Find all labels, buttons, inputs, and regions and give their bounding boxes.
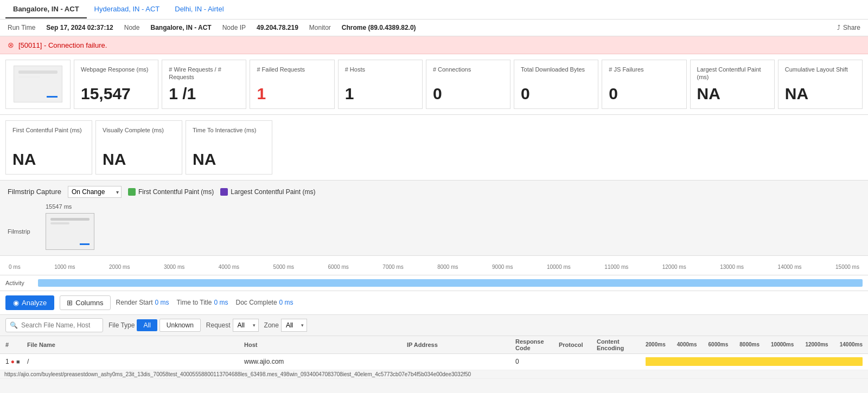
metric-failed-requests: # Failed Requests 1 xyxy=(250,60,334,109)
waterfall-bar xyxy=(646,357,863,366)
activity-label: Activity xyxy=(5,280,38,286)
table-row: 1 ● ■ / www.ajio.com 0 xyxy=(0,354,868,370)
analyze-label: Analyze xyxy=(22,299,47,307)
legend-lcp-color xyxy=(220,188,228,196)
metric-label: # JS Failures xyxy=(609,66,679,73)
filmstrip-timeline: 15547 ms Filmstrip xyxy=(8,203,860,250)
col-header-enc: Content Encoding xyxy=(597,338,646,351)
request-filter: Request All xyxy=(206,319,259,332)
metric-label: Webpage Response (ms) xyxy=(81,66,151,73)
ruler-tick-13: 13000 ms xyxy=(720,264,744,270)
analyze-button[interactable]: ◉ Analyze xyxy=(5,295,54,310)
film-label: Filmstrip xyxy=(8,228,46,235)
time-to-title-label: Time to Title xyxy=(177,299,212,306)
film-frame-1 xyxy=(46,213,94,250)
error-icon: ⊗ xyxy=(8,41,14,49)
file-type-filter: File Type All Unknown xyxy=(108,319,201,332)
filmstrip-controls: Filmstrip Capture On Change Every 100ms … xyxy=(8,186,860,198)
zone-select[interactable]: All xyxy=(281,319,307,332)
screenshot-thumbnail xyxy=(5,60,71,109)
search-input[interactable] xyxy=(5,318,103,332)
tab-hyderabad[interactable]: Hyderabad, IN - ACT xyxy=(87,1,168,18)
filmstrip-capture-select[interactable]: On Change Every 100ms Every 500ms xyxy=(68,186,122,198)
ruler-tick-4: 4000 ms xyxy=(219,264,239,270)
analyze-icon: ◉ xyxy=(13,299,19,307)
row-file: / xyxy=(27,358,244,365)
timeline-col-8ms: 8000ms xyxy=(739,342,760,347)
toolbar: ◉ Analyze ⊞ Columns Render Start 0 ms Ti… xyxy=(0,291,868,315)
columns-button[interactable]: ⊞ Columns xyxy=(60,295,110,310)
metric-hosts: # Hosts 1 xyxy=(338,60,423,109)
legend-lcp-label: Largest Contentful Paint (ms) xyxy=(231,188,315,196)
share-icon: ⤴ xyxy=(837,24,840,31)
row-rc: 0 xyxy=(515,358,559,365)
ruler-tick-6: 6000 ms xyxy=(328,264,348,270)
col-header-rc: Response Code xyxy=(515,338,559,351)
request-select[interactable]: All xyxy=(233,319,259,332)
row-host: www.ajio.com xyxy=(244,358,407,365)
ruler-tick-1: 1000 ms xyxy=(54,264,75,270)
zone-filter: Zone All xyxy=(264,319,307,332)
unknown-filter-button[interactable]: Unknown xyxy=(159,319,201,332)
share-button[interactable]: ⤴ Share xyxy=(837,24,860,31)
col-header-timeline: 2000ms 4000ms 6000ms 8000ms 10000ms 1200… xyxy=(646,342,863,347)
error-text: [50011] - Connection failure. xyxy=(18,41,107,49)
run-info-bar: Run Time Sep 17, 2024 02:37:12 Node Bang… xyxy=(0,20,868,36)
ruler-tick-7: 7000 ms xyxy=(382,264,403,270)
metric-value: 0 xyxy=(521,85,591,103)
monitor-label: Monitor xyxy=(309,24,331,31)
node-label: Node xyxy=(124,24,140,31)
metric-visually-complete: Visually Complete (ms) NA xyxy=(95,120,182,175)
time-to-title: Time to Title 0 ms xyxy=(177,299,228,306)
node-ip-value: 49.204.78.219 xyxy=(257,24,298,31)
legend-lcp: Largest Contentful Paint (ms) xyxy=(220,188,315,196)
ruler-tick-15: 15000 ms xyxy=(835,264,859,270)
filmstrip-capture-label: Filmstrip Capture xyxy=(8,188,61,196)
run-time-value: Sep 17, 2024 02:37:12 xyxy=(46,24,113,31)
render-info: Render Start 0 ms Time to Title 0 ms Doc… xyxy=(116,299,293,306)
timeline-ruler: 0 ms1000 ms2000 ms3000 ms4000 ms5000 ms6… xyxy=(0,259,868,275)
metric-value: NA xyxy=(697,85,768,103)
activity-bar xyxy=(38,279,863,287)
col-header-host: Host xyxy=(244,342,407,348)
doc-complete-value: 0 ms xyxy=(279,299,293,306)
stop-icon: ■ xyxy=(16,358,20,365)
metric-value: NA xyxy=(193,150,265,169)
run-time-label: Run Time xyxy=(8,24,35,31)
metric-value: NA xyxy=(785,85,856,103)
ruler-tick-14: 14000 ms xyxy=(778,264,802,270)
ruler-tick-0: 0 ms xyxy=(9,264,21,270)
metric-label: Largest Contentful Paint (ms) xyxy=(697,66,768,81)
error-circle-icon: ● xyxy=(11,358,15,365)
metric-label: # Hosts xyxy=(345,66,416,73)
all-filter-button[interactable]: All xyxy=(137,319,157,331)
metric-js-failures: # JS Failures 0 xyxy=(602,60,686,109)
search-wrap: 🔍 xyxy=(5,318,103,332)
ruler-tick-12: 12000 ms xyxy=(662,264,686,270)
tab-delhi[interactable]: Delhi, IN - Airtel xyxy=(167,1,231,18)
metrics-row-1: Webpage Response (ms) 15,547 # Wire Requ… xyxy=(0,54,868,115)
metric-fcp: First Contentful Paint (ms) NA xyxy=(5,120,92,175)
tab-bangalore[interactable]: Bangalore, IN - ACT xyxy=(5,1,87,18)
render-start-value: 0 ms xyxy=(155,299,169,306)
timeline-section: 0 ms1000 ms2000 ms3000 ms4000 ms5000 ms6… xyxy=(0,256,868,291)
timeline-col-4ms: 4000ms xyxy=(677,342,697,347)
row-num: 1 ● ■ xyxy=(5,358,27,365)
truncated-url: https://ajio.com/buyleest/preasestdown_a… xyxy=(0,370,868,379)
search-icon: 🔍 xyxy=(10,321,18,329)
filmstrip-select-wrapper: On Change Every 100ms Every 500ms xyxy=(68,186,122,198)
metric-downloaded-bytes: Total Downloaded Bytes 0 xyxy=(514,60,598,109)
row-timeline xyxy=(646,357,863,366)
legend-fcp-label: First Contentful Paint (ms) xyxy=(138,188,214,196)
metric-value: 0 xyxy=(609,85,679,103)
ruler-tick-8: 8000 ms xyxy=(437,264,458,270)
columns-label: Columns xyxy=(75,299,103,307)
request-label: Request xyxy=(206,321,231,329)
metric-cls: Cumulative Layout Shift NA xyxy=(778,60,863,109)
metric-value-red: 1 xyxy=(257,85,327,103)
film-frame-bar xyxy=(80,243,90,245)
timeline-col-6ms: 6000ms xyxy=(709,342,729,347)
col-header-proto: Protocol xyxy=(559,342,597,348)
metric-value: NA xyxy=(12,150,85,169)
col-header-file: File Name xyxy=(27,342,244,348)
